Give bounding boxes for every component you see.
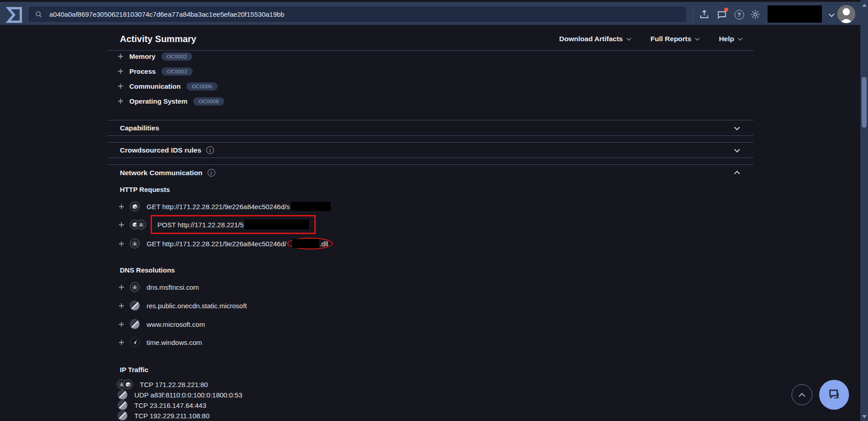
plus-expander-icon[interactable] [118,53,123,59]
chevron-down-icon [738,36,743,40]
upload-icon[interactable] [697,8,711,21]
chevron-down-icon[interactable] [734,147,740,153]
help-menu[interactable]: Help [719,35,742,43]
chat-button[interactable] [819,380,849,410]
search-input[interactable] [48,10,636,19]
feedback-icon[interactable] [715,8,729,21]
package-icon [123,379,133,389]
search-icon [35,11,43,18]
signature-row-process[interactable]: Process OC0003 [107,64,754,79]
plus-expander-icon[interactable] [119,340,124,345]
scrollbar-thumb[interactable] [862,77,867,128]
split-circle-icon [118,390,128,400]
spider-icon [130,239,140,249]
triage-logo-icon[interactable] [5,5,24,24]
ip-row[interactable]: TCP 192.229.211.108:80 [107,410,209,421]
plus-expander-icon[interactable] [119,303,124,309]
package-icon [130,201,140,211]
signature-row-communication[interactable]: Communication OC0006 [107,79,754,94]
plus-expander-icon[interactable] [118,98,123,104]
spider-icon [130,282,140,292]
full-reports-menu[interactable]: Full Reports [650,35,699,43]
dns-row[interactable]: www.microsoft.com [107,318,205,330]
signature-badge: OC0006 [186,82,218,91]
report-header: Activity Summary Download Artifacts Full… [107,30,754,48]
plus-expander-icon[interactable] [118,83,123,89]
scrollbar-up-arrow[interactable] [862,4,867,7]
threat-icons [130,220,146,230]
header-menus: Download Artifacts Full Reports Help [559,35,742,43]
topbar-divider [693,8,693,20]
chevron-up-icon [799,393,805,399]
red-annotation-box: POST http://171.22.28.221/5 [151,215,316,234]
send-icon [130,337,140,347]
threat-icons [117,379,133,389]
info-icon[interactable] [206,146,214,154]
split-circle-icon [118,411,128,421]
dns-row[interactable]: time.windows.com [107,336,202,348]
split-circle-icon [130,301,140,311]
section-capabilities[interactable]: Capabilities [107,120,754,136]
help-icon[interactable] [732,8,746,21]
notification-dot [724,8,728,12]
theme-icon[interactable] [749,8,762,21]
plus-expander-icon[interactable] [119,284,124,290]
activity-summary-page: Activity Summary Download Artifacts Full… [0,0,868,421]
split-circle-icon [118,400,128,410]
chevron-down-icon [627,36,631,40]
ip-traffic-title: IP Traffic [120,366,148,373]
username-redaction [768,5,822,23]
red-annotation-ellipse: .dll [287,238,333,249]
http-request-row[interactable]: POST http://171.22.28.221/5 [107,215,316,234]
section-network-communication[interactable]: Network Communication [107,164,754,181]
plus-expander-icon[interactable] [119,204,124,210]
dns-row[interactable]: dns.msftncsi.com [107,281,199,293]
spider-icon [136,220,146,230]
redaction-box [245,220,309,230]
chevron-up-icon[interactable] [734,171,740,177]
page-title: Activity Summary [120,34,196,44]
search-bar[interactable] [29,7,686,22]
info-icon[interactable] [208,169,215,177]
page-scrollbar[interactable] [860,0,868,421]
redaction-box [292,239,319,248]
plus-expander-icon[interactable] [119,222,124,228]
section-ids-rules[interactable]: Crowdsourced IDS rules [107,142,754,158]
plus-expander-icon[interactable] [118,68,123,74]
plus-expander-icon[interactable] [119,321,124,327]
signature-badge: OC0008 [193,97,224,105]
download-artifacts-menu[interactable]: Download Artifacts [559,35,631,43]
chevron-down-icon[interactable] [734,124,740,130]
avatar[interactable] [837,5,855,23]
chat-icon [826,387,842,402]
signature-row-memory[interactable]: Memory OC0002 [107,49,754,64]
chevron-down-icon [695,36,700,40]
http-request-row[interactable]: GET http://171.22.28.221/9e226a84ec50246… [107,201,331,212]
dns-resolutions-title: DNS Resolutions [120,266,175,274]
top-bar [0,0,868,25]
signature-badge: OC0003 [161,67,193,76]
dns-row[interactable]: res.public.onecdn.static.microsoft [107,300,247,311]
http-requests-title: HTTP Requests [120,186,170,193]
split-circle-icon [130,319,140,329]
redaction-box [291,202,331,211]
http-request-row[interactable]: GET http://171.22.28.221/9e226a84ec50246… [107,238,333,249]
signature-row-operating-system[interactable]: Operating System OC0008 [107,94,754,109]
scroll-to-top-button[interactable] [792,384,812,405]
account-chevron-down-icon[interactable] [829,11,835,17]
plus-expander-icon[interactable] [119,241,124,247]
scrollbar-down-arrow[interactable] [862,415,867,418]
signature-badge: OC0002 [161,53,193,61]
